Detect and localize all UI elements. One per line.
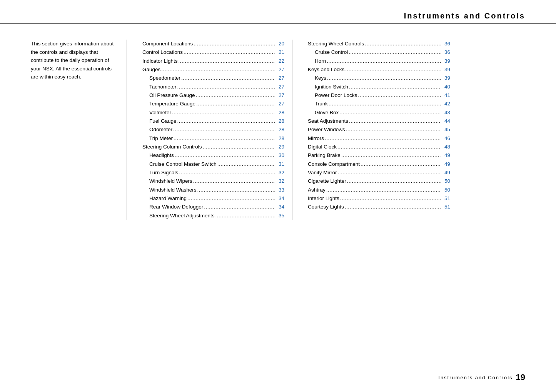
toc-item-label: Speedometer — [142, 74, 180, 82]
toc-item-dots: ........................................… — [178, 168, 275, 177]
toc-item-label: Cruise Control — [308, 48, 348, 56]
toc-item-dots: ........................................… — [160, 65, 275, 73]
toc-item-dots: ........................................… — [344, 65, 441, 73]
toc-item-page: 27 — [275, 65, 284, 73]
toc-item: Glove Box...............................… — [308, 108, 450, 117]
toc-item: Hazard Warning..........................… — [142, 194, 284, 202]
toc-item-label: Windshield Wipers — [142, 177, 192, 185]
footer-title: Instruments and Controls — [438, 375, 513, 380]
toc-item: Console Compartment.....................… — [308, 160, 450, 168]
toc-item-dots: ........................................… — [215, 212, 275, 220]
toc-item: Steering Wheel Controls.................… — [308, 40, 450, 48]
toc-item: Ashtray.................................… — [308, 186, 450, 194]
toc-item: Steering Column Controls................… — [142, 143, 284, 151]
toc-item: Vanity Mirror...........................… — [308, 168, 450, 177]
toc-item-page: 36 — [441, 48, 450, 56]
toc-item: Seat Adjustments........................… — [308, 117, 450, 125]
toc-item-label: Power Windows — [308, 125, 345, 133]
toc-item-label: Tachometer — [142, 83, 177, 91]
toc-item-label: Control Locations — [142, 48, 183, 56]
right-toc: Steering Wheel Controls.................… — [292, 40, 458, 220]
toc-item: Windshield Wipers.......................… — [142, 177, 284, 185]
toc-item-dots: ........................................… — [177, 117, 275, 125]
toc-item-dots: ........................................… — [337, 143, 441, 151]
toc-item-dots: ........................................… — [172, 125, 275, 133]
toc-item-page: 51 — [441, 194, 450, 202]
toc-item-page: 45 — [441, 125, 450, 133]
toc-item-page: 22 — [275, 57, 284, 65]
toc-item-label: Mirrors — [308, 134, 324, 142]
toc-item-page: 33 — [275, 186, 284, 194]
toc-item: Keys and Locks..........................… — [308, 65, 450, 73]
middle-toc: Component Locations.....................… — [127, 40, 292, 220]
toc-item-dots: ........................................… — [357, 91, 441, 99]
toc-item-dots: ........................................… — [360, 160, 441, 168]
toc-item-dots: ........................................… — [339, 108, 441, 117]
toc-item: Digital Clock...........................… — [308, 143, 450, 151]
toc-item-dots: ........................................… — [348, 117, 441, 125]
toc-item: Steering Wheel Adjustments..............… — [142, 212, 284, 220]
toc-item-page: 34 — [275, 194, 284, 202]
intro-text: This section gives information about the… — [31, 40, 127, 220]
toc-item-dots: ........................................… — [364, 40, 441, 48]
toc-item: Headlights..............................… — [142, 151, 284, 159]
toc-item-label: Temperature Gauge — [142, 100, 195, 108]
toc-item: Indicator Lights........................… — [142, 57, 284, 65]
toc-item-dots: ........................................… — [326, 57, 441, 65]
toc-item-dots: ........................................… — [178, 57, 275, 65]
toc-item-dots: ........................................… — [345, 125, 441, 133]
toc-item-label: Windshield Washers — [142, 186, 197, 194]
toc-item-page: 49 — [441, 160, 450, 168]
toc-item-page: 39 — [441, 65, 450, 73]
toc-item-label: Parking Brake — [308, 151, 341, 159]
toc-item-dots: ........................................… — [173, 134, 275, 142]
toc-item-dots: ........................................… — [197, 186, 275, 194]
toc-item: Trip Meter..............................… — [142, 134, 284, 142]
toc-item-label: Glove Box — [308, 108, 339, 117]
toc-item-page: 39 — [441, 74, 450, 82]
toc-item-label: Indicator Lights — [142, 57, 178, 65]
toc-item-dots: ........................................… — [177, 83, 275, 91]
toc-item-page: 27 — [275, 91, 284, 99]
toc-item-page: 32 — [275, 177, 284, 185]
toc-item-label: Rear Window Defogger — [142, 203, 203, 211]
toc-item-dots: ........................................… — [183, 48, 275, 56]
toc-item: Ignition Switch.........................… — [308, 83, 450, 91]
toc-item-page: 31 — [275, 160, 284, 168]
toc-item-label: Voltmeter — [142, 108, 171, 117]
toc-item-label: Seat Adjustments — [308, 117, 348, 125]
toc-item: Rear Window Defogger....................… — [142, 203, 284, 211]
intro-paragraph: This section gives information about the… — [31, 40, 115, 81]
header-title: Instruments and Controls — [404, 12, 525, 20]
toc-item-label: Cigarette Lighter — [308, 177, 346, 185]
toc-item-label: Courtesy Lights — [308, 203, 344, 211]
toc-item-dots: ........................................… — [326, 186, 441, 194]
toc-item-label: Fuel Gauge — [142, 117, 177, 125]
toc-item-label: Ashtray — [308, 186, 326, 194]
page-footer: Instruments and Controls 19 — [438, 372, 525, 382]
toc-item-label: Hazard Warning — [142, 194, 187, 202]
toc-item-label: Console Compartment — [308, 160, 360, 168]
toc-item-label: Interior Lights — [308, 194, 339, 202]
toc-item-page: 42 — [441, 100, 450, 108]
toc-item: Cruise Control Master Switch............… — [142, 160, 284, 168]
toc-item-page: 30 — [275, 151, 284, 159]
toc-item-dots: ........................................… — [328, 100, 441, 108]
toc-item-dots: ........................................… — [192, 177, 275, 185]
toc-item: Cruise Control..........................… — [308, 48, 450, 56]
toc-item-label: Gauges — [142, 65, 160, 73]
toc-item-label: Cruise Control Master Switch — [142, 160, 217, 168]
toc-item-label: Steering Column Controls — [142, 143, 202, 151]
toc-item-dots: ........................................… — [195, 91, 275, 99]
toc-item: Fuel Gauge..............................… — [142, 117, 284, 125]
toc-item-page: 21 — [275, 48, 284, 56]
toc-item-page: 27 — [275, 83, 284, 91]
toc-item-dots: ........................................… — [174, 151, 275, 159]
toc-item-dots: ........................................… — [180, 74, 275, 82]
footer-page-number: 19 — [516, 372, 525, 382]
toc-item: Mirrors.................................… — [308, 134, 450, 142]
toc-item-dots: ........................................… — [346, 177, 441, 185]
toc-item-label: Component Locations — [142, 40, 193, 48]
toc-item: Power Windows...........................… — [308, 125, 450, 133]
toc-item-page: 39 — [441, 57, 450, 65]
